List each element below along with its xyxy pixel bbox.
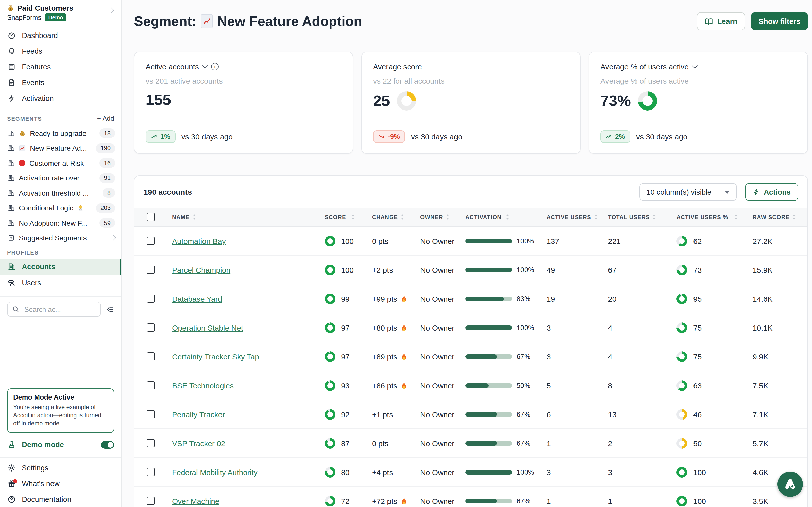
- account-name-link[interactable]: Operation Stable Net: [172, 323, 243, 332]
- sort-icon[interactable]: [734, 215, 738, 220]
- segment-item-customer-at-risk[interactable]: Customer at Risk 16: [0, 156, 121, 171]
- segment-item-activation-rate[interactable]: Activation rate over ... 91: [0, 171, 121, 185]
- chevron-down-icon[interactable]: [692, 63, 698, 68]
- segment-item-no-adoption[interactable]: No Adoption: New F... 59: [0, 216, 121, 230]
- column-header-owner[interactable]: OWNER: [416, 214, 459, 220]
- sort-icon[interactable]: [793, 215, 796, 220]
- column-header-score[interactable]: SCORE: [320, 214, 367, 220]
- account-name-link[interactable]: Over Machine: [172, 497, 219, 505]
- column-header-activation[interactable]: ACTIVATION: [459, 214, 536, 220]
- sort-icon[interactable]: [446, 215, 449, 220]
- active-users-value: 6: [547, 410, 551, 418]
- row-checkbox[interactable]: [147, 294, 155, 303]
- chart-increasing-icon: [201, 14, 213, 29]
- row-checkbox[interactable]: [147, 381, 155, 389]
- account-name-link[interactable]: Parcel Champion: [172, 266, 231, 274]
- sort-icon[interactable]: [193, 215, 196, 220]
- footer-label: Documentation: [22, 495, 71, 503]
- column-header-active-users[interactable]: ACTIVE USERS: [536, 214, 602, 220]
- stat-card-title[interactable]: Average score: [373, 62, 422, 71]
- stat-card-subtitle: vs 201 active accounts: [146, 76, 342, 85]
- row-checkbox[interactable]: [147, 266, 155, 274]
- column-header-raw-score[interactable]: RAW SCORE: [742, 214, 807, 220]
- activation-bar: [465, 412, 512, 416]
- search-input[interactable]: [23, 305, 96, 314]
- segment-item-conditional-logic[interactable]: Conditional Logic 203: [0, 201, 121, 216]
- segment-item-suggested-segments[interactable]: Suggested Segments: [0, 230, 121, 245]
- row-checkbox[interactable]: [147, 497, 155, 505]
- change-value: 0 pts: [372, 439, 389, 447]
- activation-value: 67%: [517, 353, 530, 360]
- trend-badge: 2%: [600, 130, 630, 143]
- demo-mode-toggle[interactable]: [101, 441, 114, 448]
- select-all-checkbox[interactable]: [147, 213, 155, 221]
- nav-item-activation[interactable]: Activation: [0, 90, 121, 106]
- score-donut: [325, 380, 336, 391]
- sort-icon[interactable]: [594, 215, 597, 220]
- segment-count: 91: [99, 173, 115, 183]
- row-checkbox[interactable]: [147, 324, 155, 332]
- sidebar-item-settings[interactable]: Settings: [0, 460, 121, 475]
- nav-item-dashboard[interactable]: Dashboard: [0, 27, 121, 43]
- sidebar-item-whats-new[interactable]: What's new: [0, 475, 121, 491]
- search-accounts-box[interactable]: [7, 302, 101, 317]
- column-header-change[interactable]: CHANGE: [367, 214, 416, 220]
- sort-icon[interactable]: [352, 215, 355, 220]
- active-users-pct-donut: [676, 409, 687, 419]
- account-name-link[interactable]: Database Yard: [172, 294, 222, 303]
- building-icon: [8, 220, 15, 227]
- row-checkbox[interactable]: [147, 352, 155, 360]
- trend-up-icon: [151, 133, 157, 140]
- score-donut: [325, 467, 336, 477]
- profiles-item-users[interactable]: Users: [0, 275, 121, 291]
- learn-button[interactable]: Learn: [697, 12, 745, 31]
- collapse-sidebar-icon[interactable]: [106, 305, 114, 313]
- column-header-name[interactable]: NAME: [165, 214, 320, 220]
- active-users-pct-value: 46: [693, 410, 702, 418]
- total-users-value: 4: [608, 352, 612, 361]
- app-window: $ Paid Customers SnapForms Demo Dashboar…: [0, 0, 812, 507]
- account-name-link[interactable]: BSE Technologies: [172, 381, 234, 390]
- stat-card-title[interactable]: Average % of users active: [600, 62, 689, 71]
- show-filters-button[interactable]: Show filters: [751, 12, 808, 31]
- sidebar-item-documentation[interactable]: Documentation: [0, 491, 121, 507]
- nav-item-feeds[interactable]: Feeds: [0, 43, 121, 59]
- stat-card-title[interactable]: Active accounts: [146, 62, 199, 71]
- column-header-active-users-pct[interactable]: ACTIVE USERS %: [668, 214, 742, 220]
- nav-item-events[interactable]: Events: [0, 74, 121, 90]
- info-icon[interactable]: i: [211, 63, 219, 70]
- nav-item-features[interactable]: Features: [0, 59, 121, 74]
- workspace-switcher[interactable]: $ Paid Customers SnapForms Demo: [0, 0, 121, 24]
- row-checkbox[interactable]: [147, 439, 155, 447]
- stat-card-value: 155: [146, 91, 171, 109]
- account-name-link[interactable]: Automation Bay: [172, 236, 226, 245]
- svg-text:$: $: [21, 132, 23, 135]
- segment-item-ready-to-upgrade[interactable]: $ Ready to upgrade 18: [0, 126, 121, 141]
- money-bag-icon: $: [19, 130, 26, 137]
- divider: [0, 296, 121, 297]
- chat-launcher-button[interactable]: [777, 471, 803, 497]
- account-name-link[interactable]: VSP Tracker 02: [172, 439, 225, 447]
- sort-icon[interactable]: [401, 215, 404, 220]
- owner-value: No Owner: [420, 294, 454, 303]
- actions-button[interactable]: Actions: [745, 183, 798, 201]
- active-users-pct-value: 63: [693, 381, 702, 390]
- columns-visible-dropdown[interactable]: 10 column(s) visible: [639, 183, 737, 201]
- chevron-right-icon[interactable]: [108, 7, 114, 13]
- account-name-link[interactable]: Certainty Tracker Sky Tap: [172, 352, 259, 361]
- chevron-down-icon[interactable]: [202, 63, 208, 68]
- account-name-link[interactable]: Federal Mobility Authority: [172, 468, 258, 476]
- profiles-item-accounts[interactable]: Accounts: [0, 259, 121, 275]
- segment-item-activation-threshold[interactable]: Activation threshold ... 8: [0, 185, 121, 201]
- column-header-total-users[interactable]: TOTAL USERS: [602, 214, 668, 220]
- sort-icon[interactable]: [653, 215, 656, 220]
- trend-down-icon: [378, 133, 385, 140]
- demo-notice-title: Demo Mode Active: [13, 393, 108, 401]
- account-name-link[interactable]: Penalty Tracker: [172, 410, 225, 418]
- segment-item-new-feature-adoption[interactable]: New Feature Ad... 190: [0, 141, 121, 156]
- row-checkbox[interactable]: [147, 410, 155, 418]
- row-checkbox[interactable]: [147, 468, 155, 476]
- sort-icon[interactable]: [506, 215, 509, 220]
- row-checkbox[interactable]: [147, 237, 155, 245]
- add-segment-button[interactable]: + Add: [97, 115, 114, 122]
